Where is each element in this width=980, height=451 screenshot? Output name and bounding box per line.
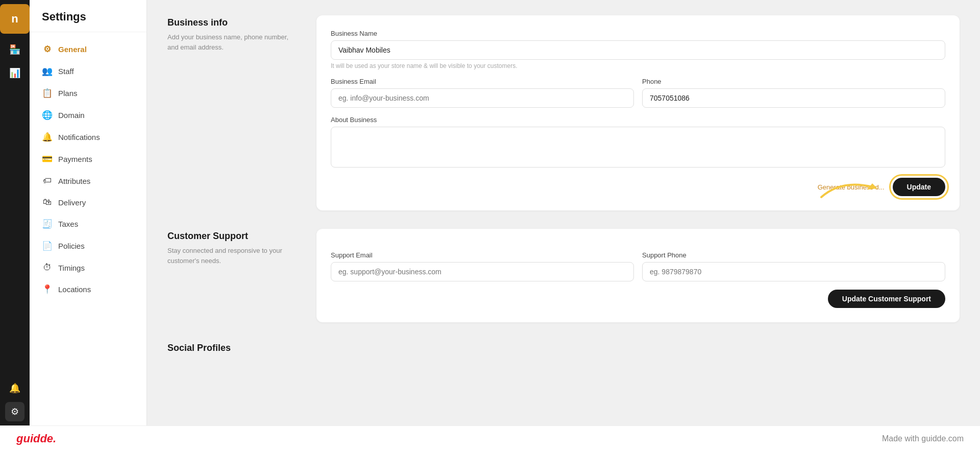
support-phone-group: Support Phone [642, 251, 945, 281]
footer-tagline: Made with guidde.com [882, 434, 964, 443]
customer-support-footer: Update Customer Support [331, 290, 945, 308]
sidebar-item-general[interactable]: ⚙ General [30, 38, 146, 60]
business-info-desc: Add your business name, phone number, an… [167, 32, 300, 52]
customer-support-left: Customer Support Stay connected and resp… [167, 229, 300, 322]
sidebar-label-locations: Locations [58, 285, 91, 294]
sidebar-item-policies[interactable]: 📄 Policies [30, 235, 146, 257]
locations-icon: 📍 [42, 284, 52, 295]
settings-rail-icon[interactable]: ⚙ [5, 402, 24, 421]
business-name-label: Business Name [331, 30, 945, 37]
sidebar-item-domain[interactable]: 🌐 Domain [30, 104, 146, 126]
phone-input[interactable] [642, 88, 945, 108]
sidebar-label-timings: Timings [58, 264, 85, 272]
support-email-group: Support Email [331, 251, 634, 281]
sidebar-nav: ⚙ General 👥 Staff 📋 Plans 🌐 Domain 🔔 Not… [30, 32, 146, 306]
sidebar-item-taxes[interactable]: 🧾 Taxes [30, 213, 146, 235]
sidebar-label-delivery: Delivery [58, 198, 86, 207]
update-customer-support-button[interactable]: Update Customer Support [828, 290, 945, 308]
sidebar-label-plans: Plans [58, 89, 78, 98]
about-group: About Business [331, 116, 945, 170]
main-content: Business info Add your business name, ph… [147, 0, 980, 425]
taxes-icon: 🧾 [42, 219, 52, 229]
sidebar-label-staff: Staff [58, 67, 74, 76]
store-rail-icon[interactable]: 🏪 [5, 40, 24, 59]
support-phone-label: Support Phone [642, 251, 945, 259]
page-title: Settings [30, 0, 146, 32]
sidebar-item-plans[interactable]: 📋 Plans [30, 82, 146, 104]
sidebar: Settings ⚙ General 👥 Staff 📋 Plans 🌐 Dom… [30, 0, 147, 425]
social-profiles-section: Social Profiles [167, 341, 960, 358]
sidebar-label-attributes: Attributes [58, 177, 90, 185]
business-info-card: Business Name It will be used as your st… [316, 15, 960, 210]
update-button-wrapper: Update [893, 178, 945, 196]
customer-support-card: Support Email Support Phone Update Custo… [316, 229, 960, 322]
business-name-group: Business Name It will be used as your st… [331, 30, 945, 69]
sidebar-item-attributes[interactable]: 🏷 Attributes [30, 170, 146, 192]
staff-icon: 👥 [42, 66, 52, 77]
plans-icon: 📋 [42, 88, 52, 99]
delivery-icon: 🛍 [42, 197, 52, 207]
bell-rail-icon[interactable]: 🔔 [5, 378, 24, 398]
customer-support-desc: Stay connected and responsive to your cu… [167, 246, 300, 266]
business-name-hint: It will be used as your store name & wil… [331, 62, 945, 69]
policies-icon: 📄 [42, 241, 52, 251]
about-label: About Business [331, 116, 945, 124]
social-profiles-title: Social Profiles [167, 343, 300, 353]
sidebar-item-locations[interactable]: 📍 Locations [30, 278, 146, 300]
business-info-footer: Generate business d... Update [331, 178, 945, 196]
support-email-input[interactable] [331, 262, 634, 281]
business-email-label: Business Email [331, 78, 634, 85]
icon-rail: n 🏪 📊 🔔 ⚙ [0, 0, 30, 425]
timings-icon: ⏱ [42, 263, 52, 273]
sidebar-label-notifications: Notifications [58, 133, 100, 141]
email-phone-row: Business Email Phone [331, 78, 945, 108]
customer-support-section: Customer Support Stay connected and resp… [167, 229, 960, 322]
general-icon: ⚙ [42, 44, 52, 55]
support-phone-input[interactable] [642, 262, 945, 281]
app-logo[interactable]: n [0, 4, 30, 34]
sidebar-label-domain: Domain [58, 111, 85, 120]
notifications-icon: 🔔 [42, 132, 52, 143]
footer-logo: guidde. [16, 432, 56, 445]
payments-icon: 💳 [42, 154, 52, 164]
attributes-icon: 🏷 [42, 176, 52, 186]
support-email-label: Support Email [331, 251, 634, 259]
footer: guidde. Made with guidde.com [0, 425, 980, 451]
business-email-input[interactable] [331, 88, 634, 108]
phone-label: Phone [642, 78, 945, 85]
business-name-input[interactable] [331, 40, 945, 60]
sidebar-item-payments[interactable]: 💳 Payments [30, 148, 146, 170]
business-info-section: Business info Add your business name, ph… [167, 15, 960, 210]
sidebar-item-notifications[interactable]: 🔔 Notifications [30, 126, 146, 148]
generate-link[interactable]: Generate business d... [818, 183, 885, 191]
about-textarea[interactable] [331, 127, 945, 168]
sidebar-item-delivery[interactable]: 🛍 Delivery [30, 192, 146, 213]
social-profiles-left: Social Profiles [167, 341, 300, 358]
update-button[interactable]: Update [893, 178, 945, 196]
business-info-left: Business info Add your business name, ph… [167, 15, 300, 210]
support-fields-row: Support Email Support Phone [331, 251, 945, 281]
domain-icon: 🌐 [42, 110, 52, 121]
sidebar-item-staff[interactable]: 👥 Staff [30, 60, 146, 82]
chart-rail-icon[interactable]: 📊 [5, 63, 24, 83]
sidebar-label-payments: Payments [58, 155, 92, 163]
sidebar-label-general: General [58, 45, 87, 54]
customer-support-title: Customer Support [167, 231, 300, 242]
business-email-group: Business Email [331, 78, 634, 108]
phone-group: Phone [642, 78, 945, 108]
sidebar-item-timings[interactable]: ⏱ Timings [30, 257, 146, 278]
sidebar-label-policies: Policies [58, 242, 85, 250]
business-info-title: Business info [167, 17, 300, 28]
sidebar-label-taxes: Taxes [58, 220, 78, 228]
